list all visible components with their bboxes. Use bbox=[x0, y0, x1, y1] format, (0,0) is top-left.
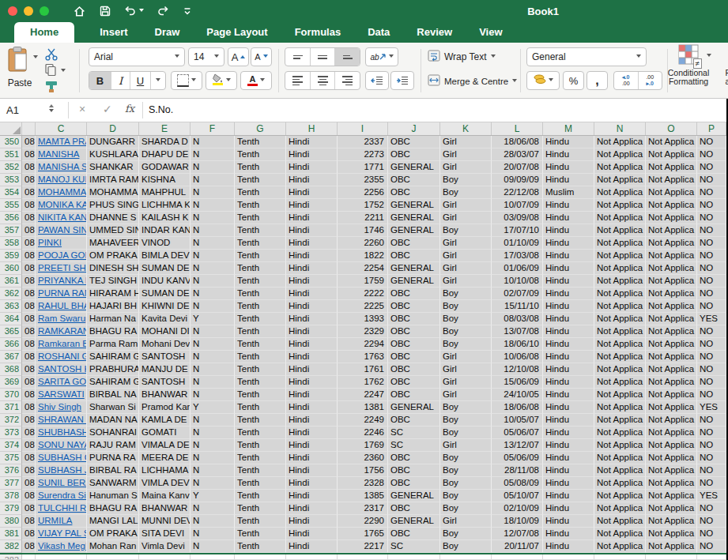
cell-student-name-link[interactable]: ROSHANI GO bbox=[36, 351, 87, 363]
cell[interactable]: Hindu bbox=[543, 464, 594, 477]
cell[interactable]: Girl bbox=[440, 136, 492, 148]
cell[interactable]: N bbox=[190, 148, 235, 161]
cell[interactable]: DHANNE S bbox=[87, 212, 139, 224]
cell[interactable]: DUNGARR bbox=[87, 136, 139, 148]
cell[interactable]: Not Applica bbox=[646, 148, 697, 161]
cell[interactable]: KISHNA bbox=[139, 174, 190, 186]
row-header[interactable]: 379 bbox=[0, 502, 22, 515]
cell[interactable]: 2225 bbox=[338, 300, 388, 313]
cell[interactable]: 08 bbox=[22, 136, 36, 148]
column-header-L[interactable]: L bbox=[492, 122, 543, 135]
cell[interactable]: NO bbox=[697, 502, 726, 515]
cell[interactable]: Boy bbox=[440, 325, 492, 338]
cell[interactable]: 08 bbox=[22, 275, 36, 288]
cell[interactable]: Tenth bbox=[235, 363, 286, 376]
cell[interactable]: 05/06/09 bbox=[492, 452, 543, 464]
cell-student-name-link[interactable]: PURNA RAM bbox=[36, 288, 87, 300]
cell[interactable] bbox=[646, 554, 697, 560]
row-header[interactable]: 380 bbox=[0, 515, 22, 528]
cell[interactable]: Not Applica bbox=[646, 363, 697, 376]
cell[interactable]: NO bbox=[697, 212, 726, 224]
cell[interactable]: Not Applica bbox=[646, 288, 697, 300]
cell[interactable]: Tenth bbox=[235, 224, 286, 237]
cell[interactable]: 13/07/08 bbox=[492, 325, 543, 338]
cell[interactable]: Maina Kanv bbox=[139, 490, 190, 502]
cell[interactable]: Not Applica bbox=[594, 237, 646, 250]
cell[interactable]: Hindu bbox=[543, 376, 594, 389]
row-header[interactable]: 376 bbox=[0, 464, 22, 477]
cell[interactable]: Not Applica bbox=[646, 464, 697, 477]
cell[interactable]: Parma Ram bbox=[87, 338, 139, 351]
cell[interactable]: 1822 bbox=[338, 250, 388, 262]
cell[interactable]: Boy bbox=[440, 464, 492, 477]
cell[interactable]: Not Applica bbox=[594, 363, 646, 376]
cell[interactable]: Hindu bbox=[543, 427, 594, 439]
cell[interactable]: 08 bbox=[22, 464, 36, 477]
cell[interactable]: YES bbox=[697, 490, 726, 502]
cell[interactable]: N bbox=[190, 212, 235, 224]
orientation-button[interactable]: ab bbox=[365, 47, 398, 66]
cell[interactable]: Not Applica bbox=[594, 161, 646, 174]
cell[interactable] bbox=[36, 554, 87, 560]
tab-page-layout[interactable]: Page Layout bbox=[205, 22, 269, 43]
cell[interactable]: N bbox=[190, 502, 235, 515]
cell[interactable]: MAHPHUL bbox=[139, 186, 190, 199]
cell[interactable]: 1763 bbox=[338, 351, 388, 363]
cell[interactable]: Hindu bbox=[543, 490, 594, 502]
cell[interactable]: 2256 bbox=[338, 186, 388, 199]
cell[interactable]: BIRBAL RA bbox=[87, 464, 139, 477]
cell[interactable]: Not Applica bbox=[594, 389, 646, 401]
cell[interactable]: Hindu bbox=[543, 300, 594, 313]
cell[interactable]: Hindi bbox=[286, 250, 338, 262]
cell[interactable]: Harman Na bbox=[87, 313, 139, 325]
cell[interactable]: 2254 bbox=[338, 262, 388, 275]
cell[interactable]: Not Applica bbox=[646, 313, 697, 325]
cell-student-name-link[interactable]: POOJA GODA bbox=[36, 250, 87, 262]
cell[interactable]: Not Applica bbox=[594, 401, 646, 414]
cell[interactable]: N bbox=[190, 427, 235, 439]
cell[interactable]: INDAR KAN bbox=[139, 224, 190, 237]
cell[interactable]: 08 bbox=[22, 452, 36, 464]
cell[interactable]: GENERAL bbox=[388, 161, 440, 174]
cell[interactable]: N bbox=[190, 540, 235, 553]
comma-format-button[interactable]: , bbox=[587, 71, 608, 90]
cell[interactable]: N bbox=[190, 376, 235, 389]
cell[interactable]: BIMLA DEV bbox=[139, 250, 190, 262]
cell[interactable]: Boy bbox=[440, 186, 492, 199]
row-header[interactable]: 365 bbox=[0, 325, 22, 338]
cell[interactable]: 28/11/08 bbox=[492, 464, 543, 477]
cell[interactable]: Not Applica bbox=[646, 186, 697, 199]
cell[interactable]: N bbox=[190, 161, 235, 174]
cell[interactable]: Not Applica bbox=[594, 224, 646, 237]
cell[interactable]: INDU KANV bbox=[139, 275, 190, 288]
cell[interactable]: NO bbox=[697, 237, 726, 250]
cell[interactable]: Not Applica bbox=[646, 389, 697, 401]
cell[interactable]: OBC bbox=[388, 325, 440, 338]
cell[interactable]: 08 bbox=[22, 477, 36, 490]
cell[interactable]: NO bbox=[697, 300, 726, 313]
cell[interactable]: Not Applica bbox=[594, 351, 646, 363]
cell[interactable]: 08 bbox=[22, 161, 36, 174]
save-icon[interactable] bbox=[99, 5, 111, 17]
cell[interactable]: Hindu bbox=[543, 262, 594, 275]
cell[interactable]: OBC bbox=[388, 528, 440, 540]
cell[interactable]: Hindi bbox=[286, 161, 338, 174]
cell[interactable]: MAHAVEER bbox=[87, 237, 139, 250]
row-header[interactable]: 358 bbox=[0, 237, 22, 250]
cell[interactable]: Boy bbox=[440, 528, 492, 540]
cell[interactable]: HIRARAM H bbox=[87, 288, 139, 300]
cell[interactable]: Hindu bbox=[543, 212, 594, 224]
cell[interactable]: OBC bbox=[388, 288, 440, 300]
cell[interactable]: SAHIRAM G bbox=[87, 376, 139, 389]
cell[interactable]: Y bbox=[190, 490, 235, 502]
cell[interactable]: Not Applica bbox=[594, 515, 646, 528]
cell[interactable]: Not Applica bbox=[594, 300, 646, 313]
cell[interactable]: Boy bbox=[440, 338, 492, 351]
cell[interactable]: 15/06/09 bbox=[492, 376, 543, 389]
cell[interactable]: NO bbox=[697, 376, 726, 389]
row-header[interactable]: 366 bbox=[0, 338, 22, 351]
cell[interactable]: NO bbox=[697, 338, 726, 351]
cell[interactable]: Tenth bbox=[235, 414, 286, 427]
cell[interactable]: 1393 bbox=[338, 313, 388, 325]
cell-student-name-link[interactable]: SUNIL BERA bbox=[36, 477, 87, 490]
